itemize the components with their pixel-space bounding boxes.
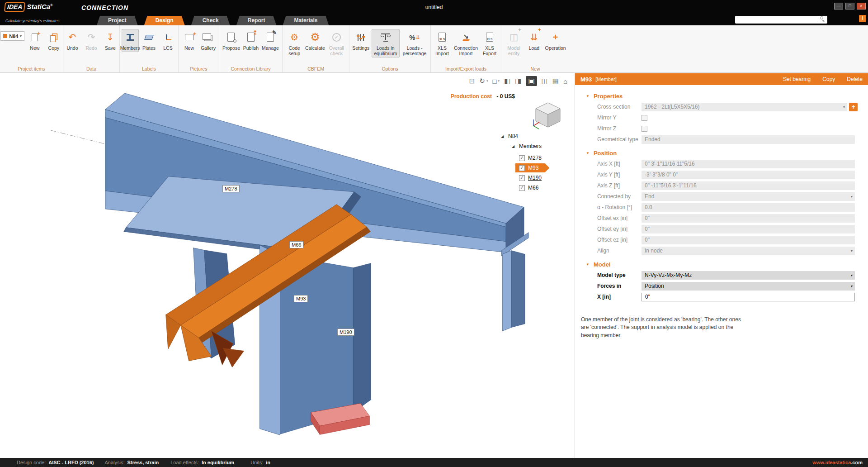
tab-materials[interactable]: Materials	[283, 16, 329, 25]
redo-button[interactable]: ↷ Redo	[83, 29, 100, 52]
tree-node-members[interactable]: ◢ Members	[495, 141, 575, 151]
member-label-m93[interactable]: M93	[294, 295, 308, 302]
field-label: Offset ez [in]	[597, 237, 642, 243]
gear-icon: ⚙	[290, 30, 298, 44]
mirror-z-checkbox[interactable]	[642, 126, 647, 132]
save-button[interactable]: ↧ Save	[102, 29, 119, 52]
publish-button[interactable]: ↥ Publish	[242, 29, 259, 52]
tree-item-m278[interactable]: ✓ M278	[495, 153, 575, 163]
offset-ex-field[interactable]: 0"	[642, 214, 855, 223]
labels-members-toggle[interactable]: Members	[122, 29, 139, 52]
x-position-input[interactable]: 0"	[642, 293, 855, 301]
offset-ey-field[interactable]: 0"	[642, 225, 855, 234]
far-column[interactable]	[502, 251, 525, 331]
home-view-icon[interactable]: ⌂	[563, 76, 567, 86]
project-item-selector[interactable]: N84 ▾	[0, 31, 24, 41]
model-3d-scene[interactable]	[0, 73, 575, 458]
copy-member-button[interactable]: Copy	[822, 76, 835, 82]
expander-icon[interactable]: ◢	[501, 134, 505, 138]
view-mode-split-icon[interactable]: ◫	[542, 76, 548, 86]
undo-button[interactable]: ↶ Undo	[64, 29, 81, 52]
status-bar: Design code: AISC - LRFD (2016) Analysis…	[0, 458, 868, 467]
geometrical-type-field[interactable]: Ended	[642, 135, 855, 144]
offset-ez-field[interactable]: 0"	[642, 236, 855, 244]
tab-project[interactable]: Project	[97, 16, 138, 25]
code-setup-button[interactable]: ⚙ Code setup	[285, 29, 303, 57]
settings-button[interactable]: Settings	[352, 29, 370, 52]
labels-lcs-toggle[interactable]: LCS	[160, 29, 177, 52]
cross-section-select[interactable]: 1962 - 2Lt(L5X5X5/16) ▾	[642, 103, 847, 111]
overall-check-button[interactable]: ✓ Overall check	[327, 29, 346, 57]
copy-project-item-button[interactable]: Copy	[45, 29, 62, 52]
rotation-field[interactable]: 0.0	[642, 203, 855, 212]
axis-x-field[interactable]: 0" 3'-1"11/16 11"5/16	[642, 160, 855, 168]
overall-check-icon: ✓	[332, 30, 341, 44]
labels-plates-toggle[interactable]: Plates	[141, 29, 158, 52]
axis-y-field[interactable]: -3'-3"3/8 0" 0"	[642, 171, 855, 179]
close-button[interactable]: ×	[857, 3, 866, 10]
align-select[interactable]: In node▾	[642, 247, 855, 255]
tab-check[interactable]: Check	[191, 16, 230, 25]
view-cube[interactable]	[531, 98, 565, 131]
expander-icon[interactable]: ◢	[512, 144, 516, 148]
set-bearing-button[interactable]: Set bearing	[783, 76, 811, 82]
propose-button[interactable]: Propose	[222, 29, 241, 52]
plate-icon	[145, 30, 153, 44]
connected-by-select[interactable]: End▾	[642, 192, 855, 201]
minimize-button[interactable]: —	[834, 3, 843, 10]
section-box-button[interactable]: □▾	[492, 76, 500, 86]
add-cross-section-button[interactable]: +	[849, 103, 858, 111]
zoom-fit-icon[interactable]: ⊡	[469, 76, 475, 86]
xls-import-button[interactable]: XLS XLS Import	[434, 29, 451, 57]
new-picture-button[interactable]: + New	[181, 29, 198, 52]
section-properties[interactable]: ▼ Properties	[575, 91, 868, 101]
view-mode-side-icon[interactable]: ◨	[515, 76, 521, 86]
view-mode-wireframe-icon[interactable]: ▦	[552, 76, 559, 86]
model-type-select[interactable]: N-Vy-Vz-Mx-My-Mz▾	[642, 271, 855, 280]
search-icon[interactable]	[820, 16, 825, 21]
mirror-y-checkbox[interactable]	[642, 115, 647, 121]
view-mode-front-icon[interactable]: ◧	[504, 76, 510, 86]
view-mode-solid-icon[interactable]: ▣	[526, 76, 537, 86]
manage-button[interactable]: ✎ Manage	[261, 29, 279, 52]
search-input[interactable]	[735, 16, 827, 24]
section-model[interactable]: ▼ Model	[575, 259, 868, 270]
maximize-button[interactable]: □	[845, 3, 854, 10]
member-label-m278[interactable]: M278	[222, 185, 240, 192]
section-triangle-icon: ▼	[586, 262, 590, 267]
new-operation-button[interactable]: + Operation	[544, 29, 566, 52]
calculate-button[interactable]: ⚙ Calculate	[305, 29, 325, 52]
new-model-entity-button[interactable]: ◫+ Model entity	[504, 29, 524, 57]
website-link[interactable]: www.ideastatica.com	[812, 460, 863, 465]
viewport-3d[interactable]: M278 M66 M93 M190 ⊡ ↻▾ □▾ ◧ ◨ ▣ ◫ ▦ ⌂ Pr…	[0, 73, 575, 458]
visibility-checkbox[interactable]: ✓	[519, 185, 525, 191]
visibility-checkbox[interactable]: ✓	[519, 155, 525, 161]
forces-in-select[interactable]: Position▾	[642, 282, 855, 291]
connection-import-button[interactable]: ↘ Connection Import	[453, 29, 479, 57]
tree-node-root[interactable]: ◢ N84	[495, 131, 575, 141]
rotate-view-button[interactable]: ↻▾	[479, 76, 488, 86]
section-position[interactable]: ▼ Position	[575, 148, 868, 158]
axis-z-field[interactable]: 0" -11"5/16 3'-1"11/16	[642, 181, 855, 190]
tab-report[interactable]: Report	[236, 16, 277, 25]
gallery-button[interactable]: Gallery	[200, 29, 217, 52]
new-project-item-button[interactable]: + New	[26, 29, 43, 52]
tree-item-m93[interactable]: ✓ M93	[495, 163, 575, 173]
save-icon: ↧	[107, 30, 114, 44]
tree-item-m66[interactable]: ✓ M66	[495, 183, 575, 193]
ribbon-group-label: New	[501, 66, 569, 71]
tab-design[interactable]: Design	[144, 16, 185, 25]
delete-member-button[interactable]: Delete	[847, 76, 863, 82]
xls-export-button[interactable]: XLS XLS Export	[481, 29, 498, 57]
visibility-checkbox[interactable]: ✓	[519, 165, 525, 171]
info-button[interactable]: i	[859, 15, 866, 22]
visibility-checkbox[interactable]: ✓	[519, 175, 525, 181]
member-label-m190[interactable]: M190	[337, 329, 354, 336]
loads-in-equilibrium-toggle[interactable]: Loads in equilibrium	[372, 29, 400, 57]
logo-tagline: Calculate yesterday's estimates	[5, 19, 59, 23]
geometrical-type-value: Ended	[645, 136, 660, 143]
member-label-m66[interactable]: M66	[289, 241, 303, 248]
new-load-button[interactable]: ⇊+ Load	[525, 29, 542, 52]
loads-percentage-toggle[interactable]: %⇊ Loads - percentage	[401, 29, 428, 57]
tree-item-m190[interactable]: ✓ M190	[495, 173, 575, 183]
